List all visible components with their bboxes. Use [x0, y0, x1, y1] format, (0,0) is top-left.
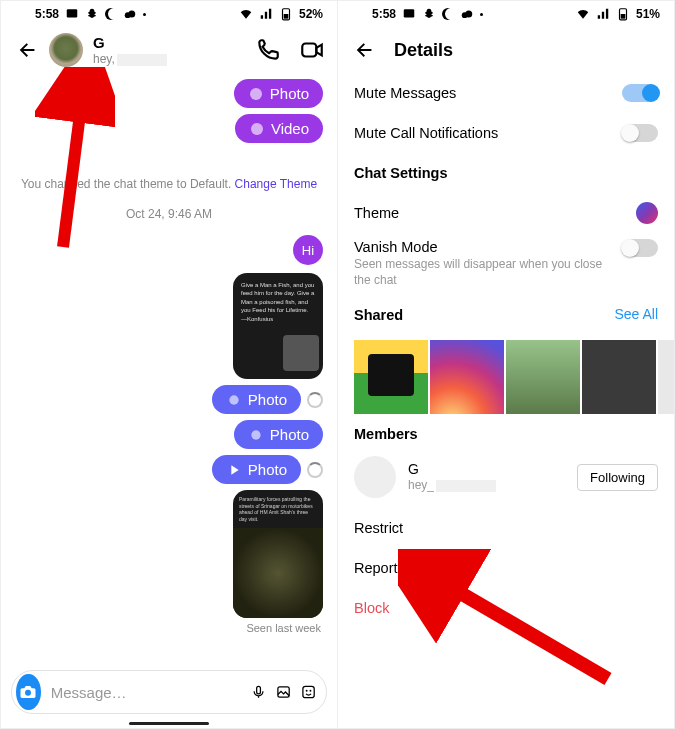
- camera-button[interactable]: [16, 674, 41, 710]
- status-time: 5:58: [35, 7, 59, 21]
- shared-thumb[interactable]: [354, 340, 428, 414]
- status-battery: 52%: [299, 7, 323, 21]
- svg-point-9: [251, 430, 260, 439]
- change-theme-link[interactable]: Change Theme: [235, 177, 318, 191]
- home-indicator[interactable]: [129, 722, 209, 725]
- status-time: 5:58: [372, 7, 396, 21]
- dot-icon: [480, 13, 483, 16]
- svg-point-6: [250, 88, 262, 100]
- cloud-icon: [460, 7, 474, 21]
- chat-user-sub: hey,: [93, 52, 237, 66]
- shared-thumb[interactable]: [506, 340, 580, 414]
- image-message-2[interactable]: Paramilitary forces patrolling the stree…: [233, 490, 323, 618]
- vanish-sub: Seen messages will disappear when you cl…: [354, 257, 612, 288]
- back-icon[interactable]: [354, 39, 376, 61]
- signal-icon: [596, 7, 610, 21]
- snap-icon: [422, 7, 436, 21]
- vanish-toggle[interactable]: [622, 239, 658, 257]
- back-icon[interactable]: [17, 39, 39, 61]
- svg-rect-20: [621, 14, 626, 19]
- photo-pill-2[interactable]: Photo: [212, 385, 301, 414]
- photo-icon: [248, 86, 264, 102]
- quote-portrait: [283, 335, 319, 371]
- details-title: Details: [394, 40, 453, 61]
- msg-icon: [65, 7, 79, 21]
- composer: [11, 670, 327, 714]
- gallery-icon[interactable]: [276, 681, 291, 703]
- mic-icon[interactable]: [251, 681, 266, 703]
- svg-point-14: [306, 690, 308, 692]
- signal-icon: [259, 7, 273, 21]
- member-row[interactable]: G hey_ Following: [354, 446, 658, 508]
- svg-rect-13: [303, 686, 314, 697]
- chat-pane: 5:58 52% G hey, Photo Video You changed …: [1, 1, 337, 728]
- details-header: Details: [338, 27, 674, 73]
- image-message-1[interactable]: Give a Man a Fish, and you feed him for …: [233, 273, 323, 379]
- snap-icon: [85, 7, 99, 21]
- cloud-icon: [123, 7, 137, 21]
- chat-user-name: G: [93, 34, 237, 52]
- svg-rect-16: [404, 9, 415, 17]
- sparkle-icon: [226, 392, 242, 408]
- details-pane: 5:58 51% Details Mute Messages Mute Call…: [337, 1, 674, 728]
- quote-text: Give a Man a Fish, and you feed him for …: [233, 273, 323, 331]
- svg-point-8: [229, 395, 238, 404]
- see-all-link[interactable]: See All: [614, 306, 658, 322]
- status-bar: 5:58 51%: [338, 1, 674, 27]
- shared-thumb[interactable]: [658, 340, 674, 414]
- loading-icon: [307, 392, 323, 408]
- wifi-icon: [576, 7, 590, 21]
- dnd-icon: [105, 8, 117, 20]
- theme-dot-icon: [636, 202, 658, 224]
- video-call-icon[interactable]: [299, 37, 325, 63]
- loading-icon: [307, 462, 323, 478]
- svg-point-7: [251, 123, 263, 135]
- svg-point-10: [25, 690, 31, 696]
- annotation-arrow-1: [35, 67, 115, 257]
- vanish-mode-row[interactable]: Vanish Mode Seen messages will disappear…: [354, 233, 658, 294]
- photo-pill[interactable]: Photo: [234, 79, 323, 108]
- video-icon: [249, 121, 265, 137]
- mute-messages-toggle[interactable]: [622, 84, 658, 102]
- battery-icon: [279, 7, 293, 21]
- message-input[interactable]: [51, 684, 241, 701]
- dot-icon: [143, 13, 146, 16]
- svg-point-2: [128, 11, 135, 18]
- details-list: Mute Messages Mute Call Notifications Ch…: [338, 73, 674, 628]
- chat-avatar[interactable]: [49, 33, 83, 67]
- battery-icon: [616, 7, 630, 21]
- theme-row[interactable]: Theme: [354, 193, 658, 233]
- video-pill[interactable]: Video: [235, 114, 323, 143]
- hi-bubble[interactable]: Hi: [293, 235, 323, 265]
- mute-messages-row[interactable]: Mute Messages: [354, 73, 658, 113]
- shared-header-row: Shared See All: [354, 294, 658, 334]
- sparkle-icon: [248, 427, 264, 443]
- dnd-icon: [442, 8, 454, 20]
- photo-pill-3[interactable]: Photo: [234, 420, 323, 449]
- msg-icon: [402, 7, 416, 21]
- svg-rect-11: [256, 686, 260, 694]
- annotation-arrow-2: [398, 549, 618, 699]
- call-icon[interactable]: [255, 37, 281, 63]
- play-icon: [226, 462, 242, 478]
- shared-thumb[interactable]: [430, 340, 504, 414]
- seen-text: Seen last week: [15, 622, 323, 634]
- chat-user[interactable]: G hey,: [93, 34, 237, 66]
- photo-pill-4[interactable]: Photo: [212, 455, 301, 484]
- sticker-icon[interactable]: [301, 681, 316, 703]
- following-button[interactable]: Following: [577, 464, 658, 491]
- member-username: hey_: [408, 478, 565, 494]
- member-name: G: [408, 460, 565, 478]
- svg-rect-5: [302, 44, 316, 57]
- members-header: Members: [354, 426, 658, 442]
- svg-point-15: [309, 690, 311, 692]
- mute-calls-row[interactable]: Mute Call Notifications: [354, 113, 658, 153]
- chat-settings-header: Chat Settings: [354, 153, 658, 193]
- wifi-icon: [239, 7, 253, 21]
- status-battery: 51%: [636, 7, 660, 21]
- status-bar: 5:58 52%: [1, 1, 337, 27]
- restrict-button[interactable]: Restrict: [354, 508, 658, 548]
- mute-calls-toggle[interactable]: [622, 124, 658, 142]
- shared-strip[interactable]: [338, 340, 674, 414]
- shared-thumb[interactable]: [582, 340, 656, 414]
